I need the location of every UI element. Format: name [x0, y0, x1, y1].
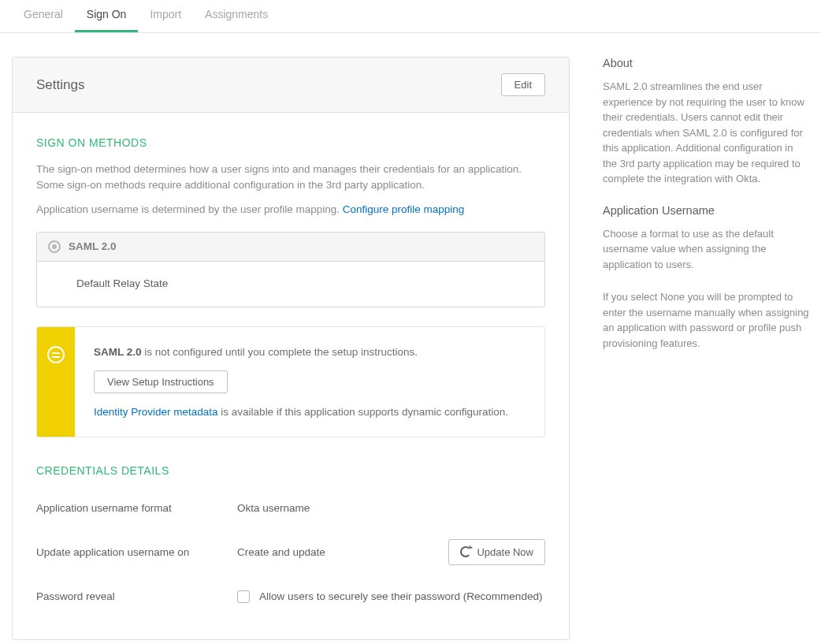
about-text: SAML 2.0 streamlines the end user experi… [603, 79, 809, 187]
radio-icon [48, 240, 61, 253]
idp-after: is available if this application support… [218, 406, 508, 418]
field-app-username-format: Application username format Okta usernam… [36, 490, 545, 527]
sidebar: About SAML 2.0 streamlines the end user … [603, 57, 809, 368]
signon-desc-2: Application username is determined by th… [36, 202, 545, 218]
password-reveal-label: Password reveal [36, 590, 237, 602]
field-password-reveal: Password reveal Allow users to securely … [36, 578, 545, 616]
tab-signon[interactable]: Sign On [75, 0, 139, 32]
update-on-value: Create and update [237, 546, 325, 558]
method-box: SAML 2.0 Default Relay State [36, 232, 545, 307]
settings-panel: Settings Edit SIGN ON METHODS The sign-o… [12, 57, 570, 640]
panel-title: Settings [36, 77, 84, 93]
alert-line-2: Identity Provider metadata is available … [94, 406, 526, 418]
edit-button[interactable]: Edit [501, 73, 545, 96]
alert-text-after: is not configured until you complete the… [142, 346, 418, 358]
update-now-button[interactable]: Update Now [448, 539, 545, 565]
panel-header: Settings Edit [13, 58, 569, 113]
method-head[interactable]: SAML 2.0 [37, 233, 544, 262]
method-label: SAML 2.0 [69, 240, 117, 252]
password-reveal-text: Allow users to securely see their passwo… [259, 590, 542, 602]
alert-stripe [37, 327, 75, 437]
view-setup-instructions-button[interactable]: View Setup Instructions [94, 370, 228, 393]
list-icon [47, 346, 65, 363]
tab-general[interactable]: General [12, 0, 75, 32]
configure-profile-mapping-link[interactable]: Configure profile mapping [343, 203, 465, 215]
alert-line-1: SAML 2.0 is not configured until you com… [94, 346, 526, 358]
alert-strong: SAML 2.0 [94, 346, 142, 358]
app-username-p2: If you select None you will be prompted … [603, 289, 809, 351]
update-now-label: Update Now [477, 546, 533, 558]
idp-metadata-link[interactable]: Identity Provider metadata [94, 406, 218, 418]
tab-assignments[interactable]: Assignments [193, 0, 280, 32]
field-update-on: Update application username on Create an… [36, 527, 545, 578]
credentials-heading: CREDENTIALS DETAILS [36, 464, 545, 477]
setup-alert: SAML 2.0 is not configured until you com… [36, 326, 545, 437]
tab-import[interactable]: Import [138, 0, 193, 32]
about-heading: About [603, 57, 809, 69]
refresh-icon [460, 546, 471, 557]
signon-desc-1: The sign-on method determines how a user… [36, 162, 545, 192]
app-username-format-value: Okta username [237, 502, 545, 514]
app-username-format-label: Application username format [36, 502, 237, 514]
signon-desc-2-prefix: Application username is determined by th… [36, 203, 343, 215]
default-relay-state-label: Default Relay State [37, 262, 544, 307]
app-username-heading: Application Username [603, 204, 809, 217]
app-username-p1: Choose a format to use as the default us… [603, 226, 809, 273]
password-reveal-checkbox[interactable] [237, 590, 250, 603]
signon-methods-heading: SIGN ON METHODS [36, 136, 545, 149]
tabbar: General Sign On Import Assignments [0, 0, 821, 33]
update-on-label: Update application username on [36, 546, 237, 558]
